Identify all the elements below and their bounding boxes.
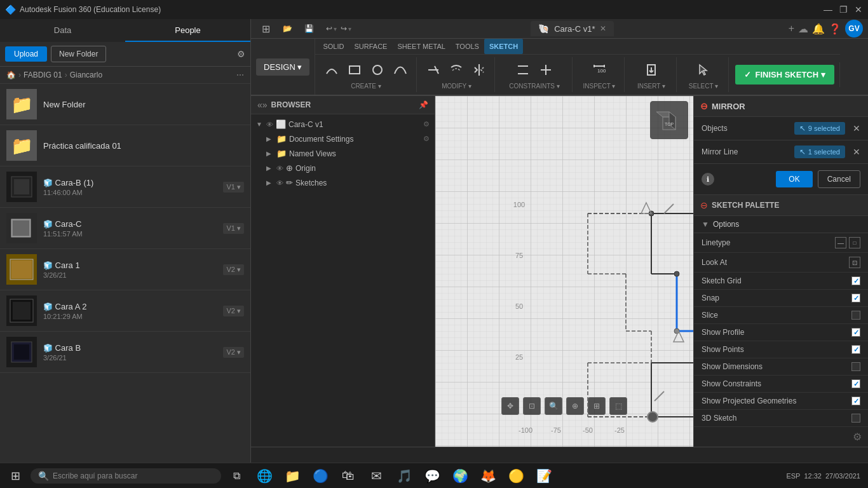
offset-icon[interactable] — [446, 60, 466, 80]
expand-icon[interactable]: ▶ — [266, 150, 274, 157]
list-item[interactable]: 🧊 Cara-B (1) 11:46:00 AM V1 ▾ — [0, 166, 250, 208]
palette-minus-icon[interactable]: ⊖ — [700, 200, 708, 210]
upload-button[interactable]: Upload — [5, 46, 47, 62]
list-item[interactable]: 🧊 Cara-C 11:51:57 AM V1 ▾ — [0, 208, 250, 249]
tab-data[interactable]: Data — [0, 19, 125, 42]
insert-icon[interactable] — [641, 60, 661, 80]
minimize-button[interactable]: — — [824, 5, 832, 14]
expand-icon[interactable]: ▶ — [266, 179, 274, 186]
close-button[interactable]: ✕ — [854, 5, 863, 14]
file-version[interactable]: V2 ▾ — [223, 306, 244, 316]
breadcrumb-user[interactable]: Giancarlo — [70, 71, 102, 79]
file-version[interactable]: V2 ▾ — [223, 347, 244, 358]
save-icon[interactable]: 💾 — [299, 19, 318, 38]
help-icon[interactable]: ❓ — [829, 23, 841, 35]
taskbar-mail[interactable]: ✉ — [363, 464, 389, 487]
settings-icon[interactable]: ⚙ — [237, 49, 245, 59]
add-tab-icon[interactable]: + — [789, 23, 794, 34]
tree-item-cara-c[interactable]: ▼ 👁 ⬜ Cara-C v1 ⚙ — [251, 117, 435, 132]
list-item[interactable]: 🧊 Cara A 2 10:21:29 AM V2 ▾ — [0, 290, 250, 332]
linetype-dash-icon[interactable]: □ — [849, 237, 860, 248]
taskbar-edge2[interactable]: 🔵 — [308, 464, 333, 487]
zoom-icon[interactable]: 🔍 — [545, 397, 562, 415]
show-points-checkbox[interactable] — [851, 345, 860, 354]
visibility-icon[interactable]: 👁 — [266, 121, 273, 128]
palette-gear-icon[interactable]: ⚙ — [853, 431, 862, 443]
breadcrumb-home[interactable]: 🏠 — [6, 71, 16, 79]
item-gear-icon[interactable]: ⚙ — [423, 135, 430, 143]
inspect-label[interactable]: INSPECT ▾ — [583, 83, 616, 90]
taskbar-word[interactable]: 📝 — [531, 464, 557, 487]
tab-solid[interactable]: SOLID — [318, 39, 349, 54]
file-version[interactable]: V1 ▾ — [223, 223, 244, 234]
maximize-button[interactable]: ❐ — [839, 5, 848, 14]
arc-icon[interactable] — [322, 60, 342, 80]
fit-view-icon[interactable]: ⊡ — [523, 397, 541, 415]
pan-icon[interactable]: ✥ — [501, 397, 519, 415]
constraints-label[interactable]: CONSTRAINTS ▾ — [509, 83, 559, 90]
breadcrumb-fabdig[interactable]: FABDIG 01 — [24, 71, 62, 79]
notifications-icon[interactable]: 🔔 — [812, 23, 825, 35]
new-folder-button[interactable]: New Folder — [51, 46, 106, 62]
list-item[interactable]: 🧊 Cara 1 3/26/21 V2 ▾ — [0, 249, 250, 290]
visibility-icon[interactable]: 👁 — [276, 179, 283, 187]
tree-item-named-views[interactable]: ▶ 📁 Named Views — [251, 146, 435, 161]
show-constraints-checkbox[interactable] — [851, 379, 860, 388]
apps-grid-icon[interactable]: ⊞ — [256, 19, 275, 38]
taskbar-firefox[interactable]: 🦊 — [475, 464, 501, 487]
spline-icon[interactable] — [390, 60, 410, 80]
tree-item-doc-settings[interactable]: ▶ 📁 Document Settings ⚙ — [251, 132, 435, 146]
show-profile-checkbox[interactable] — [851, 328, 860, 337]
taskbar-teams[interactable]: 💬 — [419, 464, 445, 487]
finish-sketch-button[interactable]: ✓ FINISH SKETCH ▾ — [735, 65, 834, 85]
clear-mirror-line-icon[interactable]: ✕ — [853, 147, 860, 157]
taskbar-explorer[interactable]: 📁 — [280, 464, 305, 487]
sketch-3d-checkbox[interactable] — [851, 414, 860, 423]
minus-circle-icon[interactable]: ⊖ — [700, 101, 708, 111]
view-cube[interactable]: TOP — [650, 101, 688, 139]
browser-pin-icon[interactable]: 📌 — [419, 100, 428, 109]
list-item[interactable]: 🧊 Cara B 3/26/21 V2 ▾ — [0, 332, 250, 373]
taskbar-spotify[interactable]: 🎵 — [391, 464, 417, 487]
taskbar-fusion[interactable]: 🟡 — [503, 464, 529, 487]
dimension-icon[interactable]: 100 — [589, 60, 609, 80]
show-projected-checkbox[interactable] — [851, 396, 860, 405]
taskbar-store[interactable]: 🛍 — [336, 464, 361, 487]
list-item[interactable]: 📁 New Folder — [0, 84, 250, 125]
tab-people[interactable]: People — [125, 19, 250, 42]
browser-collapse-arrows[interactable]: «» — [257, 100, 268, 110]
sketch-palette-header[interactable]: ⊖ SKETCH PALETTE — [694, 195, 868, 216]
design-button[interactable]: DESIGN ▾ — [256, 58, 309, 76]
snap-checkbox[interactable] — [851, 294, 860, 302]
user-avatar[interactable]: GV — [845, 20, 863, 37]
constraint2-icon[interactable] — [536, 60, 556, 80]
insert-label[interactable]: INSERT ▾ — [637, 83, 665, 90]
zoom-fit-icon[interactable]: ⊕ — [566, 397, 584, 415]
clear-objects-icon[interactable]: ✕ — [853, 123, 860, 133]
canvas-area[interactable]: 100 75 50 25 -75 -50 -25 -100 — [435, 96, 693, 447]
info-button[interactable]: ℹ — [702, 173, 714, 186]
objects-selector[interactable]: ↖ 9 selected — [794, 122, 845, 135]
select-icon[interactable] — [693, 60, 714, 80]
task-view-button[interactable]: ⧉ — [224, 464, 249, 487]
linetype-solid-icon[interactable]: — — [835, 237, 846, 248]
grid-view-icon[interactable]: ⊞ — [588, 397, 606, 415]
cancel-button[interactable]: Cancel — [818, 170, 860, 188]
taskbar-chrome[interactable]: 🌍 — [447, 464, 473, 487]
rect-icon[interactable] — [344, 60, 365, 80]
list-item[interactable]: 📁 Práctica calificada 01 — [0, 125, 250, 166]
look-at-button[interactable]: ⊡ — [849, 257, 860, 268]
redo-dropdown-icon[interactable]: ▾ — [348, 25, 351, 32]
cloud-icon[interactable]: ☁ — [798, 23, 808, 35]
browser-header[interactable]: «» BROWSER 📌 — [251, 96, 435, 114]
expand-icon[interactable]: ▶ — [266, 135, 274, 142]
slice-checkbox[interactable] — [851, 311, 860, 320]
expand-icon[interactable]: ▶ — [266, 165, 274, 172]
display-settings-icon[interactable]: ⬚ — [609, 397, 627, 415]
modify-label[interactable]: MODIFY ▾ — [442, 83, 471, 90]
start-button[interactable]: ⊞ — [3, 464, 28, 487]
trim-icon[interactable] — [423, 60, 444, 80]
select-label[interactable]: SELECT ▾ — [689, 83, 719, 90]
redo-icon[interactable]: ↪ — [341, 24, 347, 33]
tab-tools[interactable]: TOOLS — [451, 39, 484, 54]
